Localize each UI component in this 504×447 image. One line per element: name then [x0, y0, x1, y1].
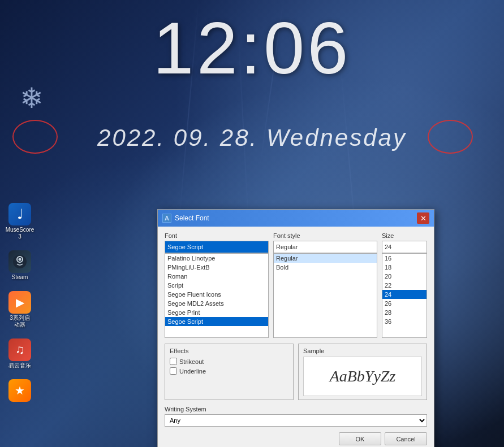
steam-icon [8, 250, 31, 273]
writing-system-select[interactable]: Any Latin Greek Cyrillic Arabic Chinese [165, 414, 427, 427]
dialog-title: Select Font [175, 214, 209, 222]
strikeout-label[interactable]: Strikeout [179, 358, 204, 365]
font-size-column: Size 24 16 18 20 22 24 26 28 36 [382, 232, 427, 338]
font-size-label: Size [382, 232, 427, 239]
select-font-dialog: A Select Font ✕ Font Segoe Script Palati… [157, 209, 434, 447]
dialog-close-button[interactable]: ✕ [417, 212, 429, 224]
desktop-icon-music[interactable]: ♫ 易云音乐 [3, 336, 37, 371]
svg-point-2 [19, 258, 21, 261]
cancel-button[interactable]: Cancel [385, 432, 427, 445]
writing-system-row: Writing System Any Latin Greek Cyrillic … [165, 406, 427, 427]
steam-label: Steam [12, 274, 28, 281]
titlebar-left: A Select Font [162, 214, 209, 223]
font-size-list[interactable]: 16 18 20 22 24 26 28 36 [382, 253, 427, 338]
font-col-label: Font [165, 232, 269, 239]
music-icon: ♫ [8, 338, 31, 361]
size-item-24[interactable]: 24 [382, 290, 427, 299]
size-item-22[interactable]: 22 [382, 281, 427, 290]
font-item-pmingliu[interactable]: PMingLiU-ExtB [165, 263, 268, 272]
font-size-value[interactable]: 24 [382, 241, 427, 253]
musescore-icon: ♩ [8, 203, 31, 225]
ok-button[interactable]: OK [339, 432, 381, 445]
font-item-script[interactable]: Script [165, 281, 268, 290]
musescore-label: MuseScore3 [6, 227, 35, 240]
desktop-icon-steam[interactable]: Steam [3, 248, 37, 283]
font-style-value[interactable]: Regular [273, 241, 377, 253]
font-item-segoe-mdl2[interactable]: Segoe MDL2 Assets [165, 299, 268, 308]
size-item-20[interactable]: 20 [382, 272, 427, 281]
font-style-column: Font style Regular Regular Bold [273, 232, 377, 338]
font-name-value[interactable]: Segoe Script [165, 241, 269, 253]
strikeout-checkbox[interactable] [170, 358, 177, 365]
size-item-18[interactable]: 18 [382, 263, 427, 272]
strikeout-row: Strikeout [170, 358, 288, 365]
effects-title: Effects [170, 348, 288, 354]
font-item-palatino[interactable]: Palatino Linotype [165, 254, 268, 263]
font-item-roman[interactable]: Roman [165, 272, 268, 281]
dialog-body: Font Segoe Script Palatino Linotype PMin… [158, 227, 434, 447]
app3-icon: ▶ [8, 291, 31, 314]
font-item-segoe-fluent[interactable]: Segoe Fluent Icons [165, 290, 268, 299]
music-label: 易云音乐 [8, 362, 31, 369]
font-name-list[interactable]: Palatino Linotype PMingLiU-ExtB Roman Sc… [165, 253, 269, 338]
style-item-bold[interactable]: Bold [274, 263, 377, 272]
writing-system-label: Writing System [165, 406, 427, 413]
font-name-column: Font Segoe Script Palatino Linotype PMin… [165, 232, 269, 338]
font-style-label: Font style [273, 232, 377, 239]
style-item-regular[interactable]: Regular [274, 254, 377, 263]
desktop-icon-musescore[interactable]: ♩ MuseScore3 [3, 201, 37, 242]
dialog-titlebar[interactable]: A Select Font ✕ [158, 210, 434, 227]
desktop-icon-extra[interactable]: ★ [3, 377, 37, 404]
dialog-buttons: OK Cancel [165, 432, 427, 445]
underline-row: Underline [170, 367, 288, 375]
underline-label[interactable]: Underline [179, 368, 206, 375]
effects-box: Effects Strikeout Underline [165, 344, 294, 400]
extra-icon: ★ [8, 379, 31, 402]
underline-checkbox[interactable] [170, 367, 177, 375]
font-item-segoe-script[interactable]: Segoe Script [165, 317, 268, 326]
app3-label: 3系列启动器 [10, 315, 30, 328]
sample-text: AaBbYyZz [330, 367, 396, 385]
font-item-segoe-print[interactable]: Segoe Print [165, 308, 268, 317]
size-item-26[interactable]: 26 [382, 299, 427, 308]
sample-content: AaBbYyZz [303, 357, 422, 396]
size-item-28[interactable]: 28 [382, 308, 427, 317]
dialog-icon: A [162, 214, 171, 223]
sample-box: Sample AaBbYyZz [298, 344, 427, 400]
size-item-36[interactable]: 36 [382, 317, 427, 326]
effects-sample-area: Effects Strikeout Underline Sample AaBbY… [165, 344, 427, 400]
font-style-list[interactable]: Regular Bold [273, 253, 377, 338]
font-selection-area: Font Segoe Script Palatino Linotype PMin… [165, 232, 427, 338]
desktop-icon-area: ♩ MuseScore3 Steam ▶ 3系列启动器 ♫ 易云音乐 ★ [0, 198, 40, 407]
size-item-16[interactable]: 16 [382, 254, 427, 263]
desktop-icon-app3[interactable]: ▶ 3系列启动器 [3, 289, 37, 331]
sample-title: Sample [303, 348, 422, 354]
